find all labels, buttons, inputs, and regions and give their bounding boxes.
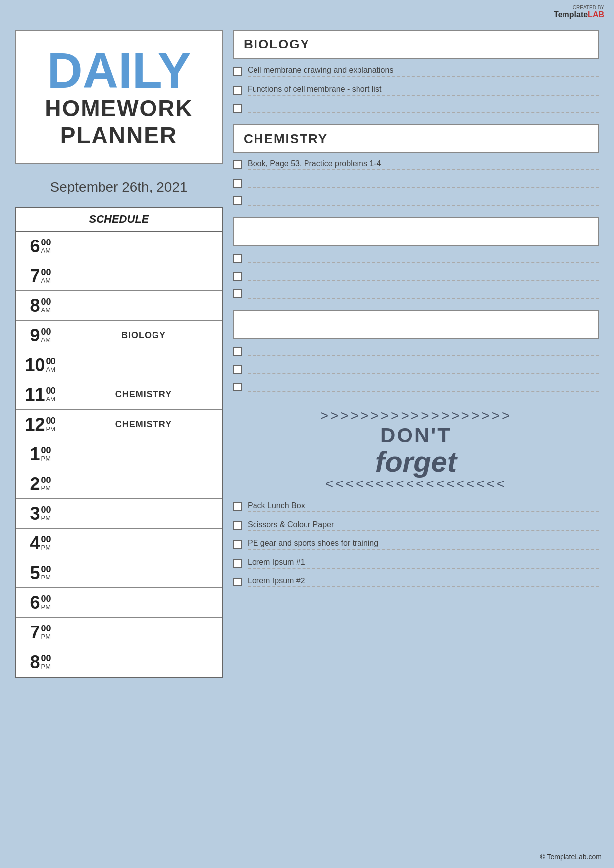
time-ampm: PM xyxy=(41,514,51,522)
time-ampm: AM xyxy=(41,306,51,314)
time-suffix: 00 AM xyxy=(46,386,56,403)
event-cell xyxy=(65,232,222,261)
checkbox-forget-4[interactable] xyxy=(233,559,242,568)
checkbox-forget-5[interactable] xyxy=(233,578,242,586)
time-zero: 00 xyxy=(41,594,51,603)
checkbox-forget-2[interactable] xyxy=(233,521,242,530)
time-ampm: PM xyxy=(41,633,51,641)
event-cell xyxy=(65,350,222,380)
schedule-header: SCHEDULE xyxy=(16,208,222,232)
brand-lab: LAB xyxy=(588,10,604,19)
forget-text: forget xyxy=(233,447,599,476)
event-cell: CHEMISTRY xyxy=(65,410,222,439)
brand-name: TemplateLAB xyxy=(554,10,604,19)
time-ampm: PM xyxy=(41,544,51,552)
event-cell xyxy=(65,558,222,587)
time-suffix: 00 AM xyxy=(41,268,51,285)
blank-task-2-2 xyxy=(233,362,599,376)
time-cell: 8 00 PM xyxy=(16,647,65,677)
schedule-row: 1 00 PM xyxy=(16,439,222,469)
forget-task-text-5: Lorem Ipsum #2 xyxy=(248,577,599,587)
time-number: 5 xyxy=(30,564,40,582)
title-daily: DAILY xyxy=(26,46,212,95)
blank-subject-box-2 xyxy=(233,310,599,339)
created-by-label: CREATED BY xyxy=(554,5,604,10)
checkbox-blank-2-3[interactable] xyxy=(233,383,242,391)
checkbox-chemistry-1[interactable] xyxy=(233,160,242,169)
checkbox-forget-3[interactable] xyxy=(233,540,242,549)
time-suffix: 00 PM xyxy=(41,476,51,492)
blank-task-empty-1-2 xyxy=(248,271,599,281)
blank-task-empty-1-3 xyxy=(248,289,599,299)
time-number: 11 xyxy=(25,386,45,404)
title-box: DAILY HOMEWORK PLANNER xyxy=(15,30,223,164)
forget-task-2: Scissors & Colour Paper xyxy=(233,518,599,533)
forget-task-text-3: PE gear and sports shoes for training xyxy=(248,539,599,550)
event-cell xyxy=(65,588,222,617)
event-cell xyxy=(65,291,222,320)
blank-task-2-3 xyxy=(233,380,599,394)
event-cell xyxy=(65,499,222,528)
time-zero: 00 xyxy=(46,357,56,366)
time-zero: 00 xyxy=(41,624,51,633)
blank-task-1-3 xyxy=(233,287,599,301)
blank-task-empty-2-2 xyxy=(248,364,599,374)
chemistry-task-empty-2 xyxy=(248,178,599,188)
schedule-row: 8 00 PM xyxy=(16,647,222,677)
blank-task-1-1 xyxy=(233,251,599,265)
checkbox-blank-2-1[interactable] xyxy=(233,347,242,356)
time-number: 3 xyxy=(30,505,40,523)
time-ampm: PM xyxy=(41,455,51,463)
time-cell: 11 00 AM xyxy=(16,380,65,409)
time-zero: 00 xyxy=(46,386,56,395)
time-number: 6 xyxy=(30,238,40,255)
chemistry-task-text-1: Book, Page 53, Practice problems 1-4 xyxy=(248,159,599,170)
chemistry-task-empty-3 xyxy=(248,196,599,206)
checkbox-blank-1-3[interactable] xyxy=(233,289,242,298)
checkbox-biology-3[interactable] xyxy=(233,104,242,113)
time-cell: 9 00 AM xyxy=(16,321,65,350)
schedule-row: 9 00 AM BIOLOGY xyxy=(16,321,222,350)
schedule-table: SCHEDULE 6 00 AM 7 00 AM 8 00 AM xyxy=(15,207,223,678)
checkbox-blank-1-2[interactable] xyxy=(233,272,242,281)
checkbox-chemistry-3[interactable] xyxy=(233,196,242,205)
time-number: 2 xyxy=(30,475,40,493)
biology-task-1: Cell membrane drawing and explanations xyxy=(233,64,599,79)
schedule-row: 6 00 PM xyxy=(16,588,222,618)
event-cell xyxy=(65,647,222,677)
checkbox-biology-1[interactable] xyxy=(233,67,242,76)
time-zero: 00 xyxy=(41,505,51,514)
time-number: 8 xyxy=(30,297,40,315)
checkbox-blank-1-1[interactable] xyxy=(233,254,242,263)
biology-task-text-2: Functions of cell membrane - short list xyxy=(248,85,599,96)
biology-task-list: Cell membrane drawing and explanations F… xyxy=(233,64,599,119)
time-suffix: 00 PM xyxy=(41,594,51,611)
time-ampm: AM xyxy=(46,366,56,374)
time-suffix: 00 AM xyxy=(41,238,51,255)
subject-chemistry-title: CHEMISTRY xyxy=(244,131,588,146)
checkbox-blank-2-2[interactable] xyxy=(233,365,242,374)
time-cell: 7 00 AM xyxy=(16,261,65,290)
dont-forget-decoration: >>>>>>>>>>>>>>>>>>> DON'T forget <<<<<<<… xyxy=(233,408,599,492)
forget-task-text-1: Pack Lunch Box xyxy=(248,501,599,512)
chemistry-task-list: Book, Page 53, Practice problems 1-4 xyxy=(233,157,599,212)
time-cell: 7 00 PM xyxy=(16,618,65,647)
schedule-row: 7 00 AM xyxy=(16,261,222,291)
time-ampm: AM xyxy=(41,277,51,285)
checkbox-biology-2[interactable] xyxy=(233,86,242,95)
checkbox-chemistry-2[interactable] xyxy=(233,179,242,188)
time-suffix: 00 PM xyxy=(41,535,51,552)
blank-subject-box-1 xyxy=(233,217,599,246)
forget-task-1: Pack Lunch Box xyxy=(233,499,599,514)
blank-task-list-2 xyxy=(233,344,599,398)
footer[interactable]: © TemplateLab.com xyxy=(540,853,602,861)
chemistry-task-1: Book, Page 53, Practice problems 1-4 xyxy=(233,157,599,172)
time-suffix: 00 AM xyxy=(41,297,51,314)
chemistry-task-2 xyxy=(233,176,599,190)
event-cell xyxy=(65,529,222,558)
time-number: 7 xyxy=(30,267,40,285)
page-container: CREATED BY TemplateLAB DAILY HOMEWORK PL… xyxy=(0,0,614,868)
time-cell: 8 00 AM xyxy=(16,291,65,320)
time-number: 7 xyxy=(30,624,40,641)
checkbox-forget-1[interactable] xyxy=(233,502,242,511)
